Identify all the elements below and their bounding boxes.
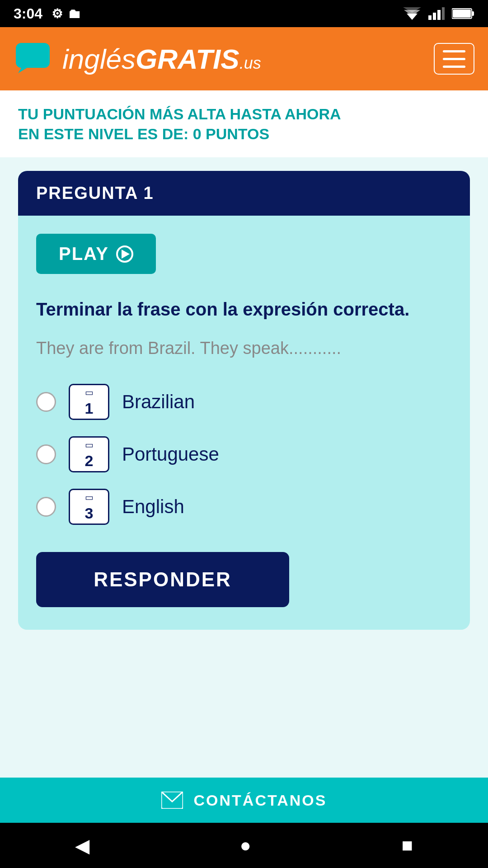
answer-button[interactable]: RESPONDER xyxy=(36,552,289,607)
svg-rect-4 xyxy=(433,13,436,20)
svg-rect-3 xyxy=(428,15,432,20)
option-badge-3: ▭ 3 xyxy=(69,489,109,525)
main-content: PREGUNTA 1 PLAY Terminar la frase con la… xyxy=(0,157,488,778)
battery-icon xyxy=(452,8,474,19)
option-item-2[interactable]: ▭ 2 Portuguese xyxy=(36,436,452,472)
play-triangle xyxy=(122,250,130,259)
wifi-icon xyxy=(403,7,421,20)
logo-text: inglés GRATIS .us xyxy=(62,43,261,75)
badge-number-1: 1 xyxy=(85,400,94,417)
options-list: ▭ 1 Brazilian ▭ 2 Portuguese xyxy=(36,384,452,525)
status-icons: ⚙ 🖿 xyxy=(52,6,81,21)
storage-icon: 🖿 xyxy=(68,6,81,21)
logo-gratis: GRATIS xyxy=(136,43,239,75)
svg-rect-6 xyxy=(442,7,445,20)
nav-back-button[interactable]: ◀ xyxy=(61,830,103,861)
option-item-3[interactable]: ▭ 3 English xyxy=(36,489,452,525)
contact-footer[interactable]: CONTÁCTANOS xyxy=(0,778,488,823)
nav-recent-button[interactable]: ■ xyxy=(388,830,426,861)
menu-button[interactable] xyxy=(434,43,474,75)
instruction-text: Terminar la frase con la expresión corre… xyxy=(36,297,452,322)
radio-option-3[interactable] xyxy=(36,497,56,517)
logo-us: .us xyxy=(239,54,261,73)
svg-rect-10 xyxy=(16,43,50,68)
question-header: PREGUNTA 1 xyxy=(18,171,470,216)
option-badge-2: ▭ 2 xyxy=(69,436,109,472)
radio-option-2[interactable] xyxy=(36,444,56,464)
svg-rect-5 xyxy=(437,10,441,20)
app-header: inglés GRATIS .us xyxy=(0,27,488,90)
badge-number-3: 3 xyxy=(85,505,94,522)
status-time: 3:04 xyxy=(14,5,42,22)
menu-line-1 xyxy=(443,50,465,52)
play-label: PLAY xyxy=(59,244,109,264)
option-label-3: English xyxy=(122,496,184,518)
svg-rect-8 xyxy=(472,11,474,16)
menu-line-3 xyxy=(443,66,465,68)
logo-bubble-icon xyxy=(14,41,54,77)
logo-ingles: inglés xyxy=(62,43,136,75)
score-line2: EN ESTE NIVEL ES DE: 0 PUNTOS xyxy=(18,124,470,144)
play-button[interactable]: PLAY xyxy=(36,234,156,274)
badge-device-icon-2: ▭ xyxy=(85,439,94,450)
logo-container: inglés GRATIS .us xyxy=(14,41,434,77)
nav-home-button[interactable]: ● xyxy=(226,830,265,861)
option-label-1: Brazilian xyxy=(122,391,195,413)
score-banner: TU PUNTUACIÓN MÁS ALTA HASTA AHORA EN ES… xyxy=(0,90,488,157)
question-number: PREGUNTA 1 xyxy=(36,184,154,203)
play-icon xyxy=(116,245,133,263)
status-bar: 3:04 ⚙ 🖿 xyxy=(0,0,488,27)
question-card: PREGUNTA 1 PLAY Terminar la frase con la… xyxy=(18,171,470,630)
mail-icon xyxy=(161,792,183,809)
signal-icon xyxy=(428,7,445,20)
menu-line-2 xyxy=(443,58,465,60)
status-right-icons xyxy=(403,7,474,20)
option-badge-1: ▭ 1 xyxy=(69,384,109,420)
option-label-2: Portuguese xyxy=(122,443,219,465)
badge-number-2: 2 xyxy=(85,452,94,470)
settings-icon: ⚙ xyxy=(52,6,63,21)
score-text: TU PUNTUACIÓN MÁS ALTA HASTA AHORA EN ES… xyxy=(18,104,470,144)
contact-text: CONTÁCTANOS xyxy=(194,792,327,809)
badge-device-icon-3: ▭ xyxy=(85,492,94,503)
nav-bar: ◀ ● ■ xyxy=(0,823,488,868)
radio-option-1[interactable] xyxy=(36,392,56,412)
question-body: PLAY Terminar la frase con la expresión … xyxy=(18,216,470,630)
score-line1: TU PUNTUACIÓN MÁS ALTA HASTA AHORA xyxy=(18,104,470,124)
badge-device-icon-1: ▭ xyxy=(85,387,94,398)
option-item-1[interactable]: ▭ 1 Brazilian xyxy=(36,384,452,420)
svg-rect-9 xyxy=(453,9,471,18)
question-sentence: They are from Brazil. They speak........… xyxy=(36,335,452,361)
